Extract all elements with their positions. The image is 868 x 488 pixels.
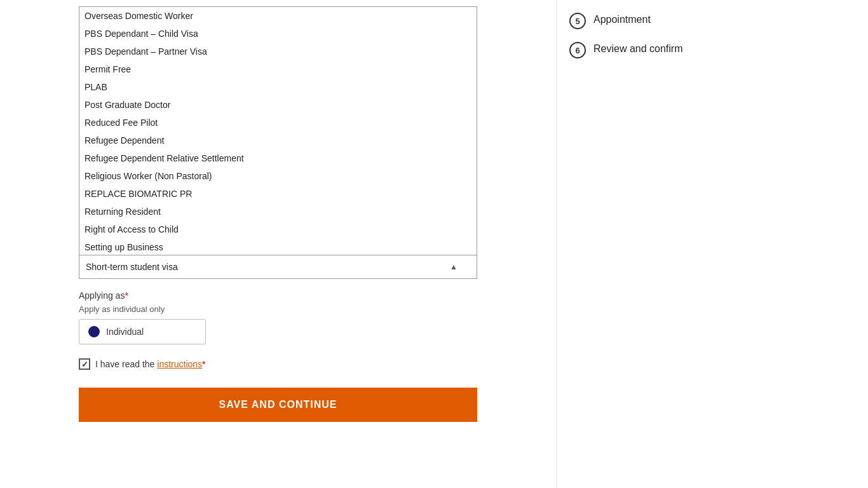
visa-type-selected-display[interactable]: Short-term student visa ▲ — [79, 255, 477, 279]
list-item[interactable]: Post Graduate Doctor — [79, 96, 477, 114]
list-item[interactable]: Refugee Dependent — [79, 132, 477, 149]
list-item[interactable]: PBS Dependant – Partner Visa — [79, 43, 477, 60]
main-content: Overseas Domestic WorkerPBS Dependant – … — [0, 0, 556, 488]
list-item[interactable]: Permit Free — [79, 60, 477, 78]
instructions-link[interactable]: instructions — [157, 359, 202, 369]
individual-label: Individual — [106, 327, 144, 337]
visa-type-list[interactable]: Overseas Domestic WorkerPBS Dependant – … — [79, 7, 477, 255]
instructions-checkbox[interactable]: ✓ — [79, 358, 90, 370]
list-item[interactable]: Setting up Business — [79, 238, 477, 255]
step-label: Review and confirm — [593, 42, 683, 55]
list-item[interactable]: Overseas Domestic Worker — [79, 7, 477, 25]
instructions-checkbox-row[interactable]: ✓ I have read the instructions* — [79, 358, 477, 370]
required-star: * — [125, 290, 128, 301]
checkbox-required-star: * — [202, 359, 205, 369]
step-number-circle: 6 — [569, 42, 586, 58]
applying-as-label: Applying as* — [79, 290, 477, 301]
list-item[interactable]: PLAB — [79, 78, 477, 96]
apply-as-sub-label: Apply as individual only — [79, 304, 477, 314]
sidebar: 5Appointment6Review and confirm — [556, 0, 868, 488]
selected-value-label: Short-term student visa — [86, 262, 178, 272]
sidebar-step-item: 6Review and confirm — [569, 36, 855, 65]
list-item[interactable]: PBS Dependant – Child Visa — [79, 25, 477, 43]
radio-button-individual[interactable] — [88, 326, 100, 337]
list-item[interactable]: Right of Access to Child — [79, 220, 477, 238]
step-label: Appointment — [593, 13, 651, 25]
checkmark-icon: ✓ — [81, 360, 88, 369]
visa-type-dropdown-container[interactable]: Overseas Domestic WorkerPBS Dependant – … — [79, 6, 477, 255]
list-item[interactable]: REPLACE BIOMATRIC PR — [79, 185, 477, 203]
list-item[interactable]: Religious Worker (Non Pastoral) — [79, 167, 477, 185]
step-number-circle: 5 — [569, 13, 586, 29]
list-item[interactable]: Refugee Dependent Relative Settlement — [79, 149, 477, 167]
sidebar-step-item: 5Appointment — [569, 6, 855, 36]
list-item[interactable]: Reduced Fee Pilot — [79, 114, 477, 132]
applying-as-section: Applying as* Apply as individual only In… — [79, 290, 477, 344]
dropdown-arrow-up-icon: ▲ — [450, 262, 458, 271]
checkbox-label: I have read the instructions* — [95, 359, 206, 369]
individual-radio-option[interactable]: Individual — [79, 319, 206, 344]
save-and-continue-button[interactable]: SAVE AND CONTINUE — [79, 388, 477, 422]
list-item[interactable]: Returning Resident — [79, 203, 477, 220]
